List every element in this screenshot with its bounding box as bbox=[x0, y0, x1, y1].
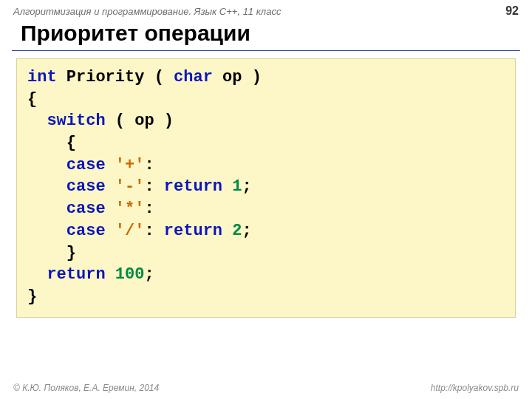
space bbox=[222, 177, 232, 196]
indent bbox=[27, 244, 66, 262]
page-number: 92 bbox=[505, 4, 519, 18]
code-line: case '+': bbox=[27, 154, 505, 177]
colon: : bbox=[144, 200, 154, 218]
code-line: return 100; bbox=[27, 264, 505, 286]
footer: © К.Ю. Поляков, Е.А. Еремин, 2014 http:/… bbox=[0, 383, 532, 393]
keyword-return: return bbox=[164, 177, 222, 196]
keyword-switch: switch bbox=[47, 112, 105, 130]
indent bbox=[27, 134, 66, 152]
semicolon: ; bbox=[242, 222, 251, 240]
slide: Алгоритмизация и программирование. Язык … bbox=[0, 0, 532, 399]
page-title: Приоритет операции bbox=[0, 19, 532, 50]
keyword-int: int bbox=[27, 68, 57, 86]
keyword-case: case bbox=[66, 200, 115, 218]
colon: : bbox=[144, 177, 163, 196]
keyword-return: return bbox=[47, 265, 105, 284]
code-line: switch ( op ) bbox=[27, 110, 505, 132]
indent bbox=[27, 112, 47, 130]
literal-minus: '-' bbox=[115, 177, 145, 196]
divider bbox=[12, 50, 520, 51]
code-line: int Priority ( char op ) bbox=[27, 66, 505, 89]
indent bbox=[27, 177, 66, 196]
space bbox=[106, 265, 115, 284]
keyword-case: case bbox=[66, 156, 115, 174]
code-line: case '/': return 2; bbox=[27, 220, 505, 242]
keyword-return: return bbox=[164, 222, 222, 240]
indent bbox=[27, 156, 66, 174]
code-line: } bbox=[27, 286, 505, 308]
indent bbox=[27, 265, 47, 284]
semicolon: ; bbox=[242, 177, 251, 196]
fn-name: Priority ( bbox=[57, 68, 174, 86]
code-line: { bbox=[27, 89, 505, 111]
literal-plus: '+' bbox=[115, 156, 145, 174]
code-line: case '-': return 1; bbox=[27, 176, 505, 198]
code-line: { bbox=[27, 132, 505, 154]
number-2: 2 bbox=[232, 222, 242, 240]
keyword-char: char bbox=[174, 68, 213, 86]
breadcrumb: Алгоритмизация и программирование. Язык … bbox=[13, 6, 281, 17]
brace-close: } bbox=[66, 244, 76, 262]
indent bbox=[27, 200, 66, 218]
keyword-case: case bbox=[66, 222, 115, 240]
code-block: int Priority ( char op ) { switch ( op )… bbox=[16, 58, 516, 318]
colon: : bbox=[144, 222, 163, 240]
brace-open: { bbox=[66, 134, 76, 152]
switch-tail: ( op ) bbox=[106, 112, 174, 130]
literal-star: '*' bbox=[115, 200, 145, 218]
fn-tail: op ) bbox=[213, 68, 262, 86]
semicolon: ; bbox=[144, 265, 154, 284]
indent bbox=[27, 222, 66, 240]
topbar: Алгоритмизация и программирование. Язык … bbox=[0, 0, 532, 19]
copyright: © К.Ю. Поляков, Е.А. Еремин, 2014 bbox=[13, 383, 159, 393]
colon: : bbox=[144, 156, 154, 174]
source-link[interactable]: http://kpolyakov.spb.ru bbox=[431, 383, 519, 393]
code-line: case '*': bbox=[27, 198, 505, 220]
keyword-case: case bbox=[66, 177, 115, 196]
code-line: } bbox=[27, 242, 505, 265]
number-1: 1 bbox=[232, 177, 242, 196]
literal-slash: '/' bbox=[115, 222, 145, 240]
space bbox=[222, 222, 232, 240]
number-100: 100 bbox=[115, 265, 145, 284]
